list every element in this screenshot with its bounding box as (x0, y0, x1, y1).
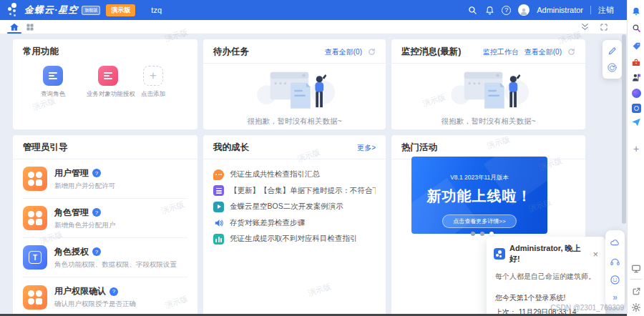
tile-label: 点击添加 (132, 90, 175, 99)
guide-desc: 新增角色并分配用户 (54, 221, 116, 230)
edit-pencil-icon[interactable] (608, 46, 618, 56)
banner-cta-button[interactable]: 点击查看更多详情>> (442, 214, 516, 228)
video-icon (213, 202, 224, 212)
monitor-workbench-link[interactable]: 监控工作台 (483, 47, 519, 57)
dock-tag-icon[interactable] (630, 40, 642, 51)
refresh-circle-icon[interactable] (607, 62, 618, 73)
view-all-link[interactable]: 查看全部(0) (325, 47, 362, 57)
help-icon[interactable]: ? (92, 247, 101, 256)
dock-toolbox-icon[interactable] (630, 57, 642, 69)
plus-icon: + (143, 66, 163, 86)
guide-desc: 角色功能权限、数据权限、字段权限设置 (54, 260, 177, 270)
card-todo-tasks: 待办任务 查看全部(0) (203, 39, 386, 129)
refresh-icon[interactable] (368, 48, 376, 56)
user-management-icon (23, 167, 47, 191)
toast-greeting: Administrator, 晚上好! (509, 243, 588, 265)
topbar: 金蝶云·星空 旗舰版 演示版 tzq ? Administrator 注销 (0, 0, 627, 20)
empty-state: 很抱歉，暂时没有相关数据~ (203, 64, 386, 127)
tab-home[interactable] (6, 20, 23, 34)
kingdee-logo-icon (494, 248, 505, 260)
more-link[interactable]: 更多> (357, 143, 376, 153)
banner-version: V8.1 2023年11月版本 (411, 174, 547, 182)
guide-desc: 确认用户权限授予是否正确 (54, 300, 136, 309)
dock-gear-icon[interactable] (630, 302, 642, 313)
help-icon[interactable]: ? (109, 287, 118, 296)
dock-external-link-icon[interactable] (630, 285, 642, 297)
guide-item-permission-confirm[interactable]: 用户权限确认 ? 确认用户权限授予是否正确 (23, 277, 187, 316)
guide-item-user-management[interactable]: 用户管理 ? 新增用户并分配许可 (23, 159, 187, 199)
refresh-icon[interactable] (567, 48, 575, 56)
dock-collapse-icon[interactable]: » (613, 293, 618, 302)
tile-query-role[interactable]: 查询角色 (31, 66, 74, 99)
dock-person-flag-icon[interactable] (630, 71, 642, 83)
card-header: 常用功能 (13, 39, 197, 63)
collapse-icon[interactable] (580, 22, 590, 31)
common-function-tiles: 查询角色 业务对象功能授权 + 点击添加 (13, 63, 197, 120)
help-icon[interactable]: ? (92, 169, 101, 177)
empty-illustration (435, 64, 542, 115)
smiley-icon[interactable] (610, 275, 620, 285)
guide-desc: 新增用户并分配许可 (54, 182, 116, 191)
chart-icon (213, 234, 224, 245)
kingdee-logo-icon (7, 2, 21, 18)
dock-add-icon[interactable]: + (630, 143, 642, 154)
tile-object-auth[interactable]: 业务对象功能授权 (87, 66, 130, 99)
guide-title: 用户管理 (54, 167, 89, 179)
demo-version-badge: 演示版 (106, 4, 135, 16)
empty-state: 很抱歉，暂时没有相关数据~ (391, 64, 585, 127)
guide-title: 角色管理 (54, 207, 89, 219)
dock-search-icon[interactable] (630, 22, 642, 34)
toast-login-info: 您今天第1个登录系统! (487, 282, 605, 303)
dock-circle-logo-icon[interactable] (630, 87, 642, 99)
app-root: 金蝶云·星空 旗舰版 演示版 tzq ? Administrator 注销 (0, 0, 644, 316)
workspace-tab[interactable]: tzq (151, 6, 162, 14)
carousel-dots (471, 232, 494, 236)
username[interactable]: Administrator (537, 6, 583, 14)
toast-quote: 每个人都是自己命运的建筑师。 (487, 269, 605, 282)
empty-illustration (241, 64, 348, 115)
carousel-dot[interactable] (480, 232, 484, 236)
growth-item[interactable]: 凭证生成提示取不到对应科目检查指引 (213, 231, 376, 247)
cloud-icon[interactable] (610, 237, 620, 248)
guide-item-role-management[interactable]: 角色管理 ? 新增角色并分配用户 (23, 199, 187, 238)
growth-item[interactable]: 【更新】【合集】单据下推时提示：不符合下推条件 (213, 183, 376, 199)
card-monitor-messages: 监控消息(最新) 监控工作台 查看全部(0) (391, 39, 585, 129)
logout-button[interactable]: 注销 (598, 5, 614, 16)
fullscreen-icon[interactable] (600, 23, 608, 31)
tile-label: 业务对象功能授权 (87, 90, 130, 99)
carousel-dot-active[interactable] (489, 232, 494, 236)
guide-title: 用户权限确认 (54, 285, 106, 297)
tab-strip (0, 20, 627, 34)
card-title: 待办任务 (213, 46, 249, 58)
document-icon (43, 66, 63, 86)
card-common-functions: 常用功能 查询角色 业务对象功能授权 + 点击添加 (13, 39, 197, 129)
strip-right-actions (580, 22, 608, 31)
bell-icon[interactable] (484, 5, 494, 15)
guide-item-role-authorization[interactable]: T 角色授权 ? 角色功能权限、数据权限、字段权限设置 (23, 238, 187, 277)
avatar[interactable] (518, 4, 530, 16)
growth-item[interactable]: 金蝶云星空BOS二次开发案例演示 (213, 199, 376, 215)
dock-o-logo-icon[interactable] (630, 102, 642, 114)
tile-add[interactable]: + 点击添加 (132, 66, 175, 99)
help-icon[interactable]: ? (502, 6, 511, 15)
help-icon[interactable]: ? (92, 208, 101, 217)
activity-banner[interactable]: V8.1 2023年11月版本 新功能上线啦！ 点击查看更多详情>> (411, 157, 547, 234)
vertical-scrollbar[interactable] (622, 34, 626, 224)
close-icon[interactable]: × (592, 250, 598, 259)
search-icon[interactable] (467, 5, 477, 15)
assistant-dock: » (605, 230, 625, 307)
growth-item[interactable]: 凭证生成共性检查指引汇总 (213, 167, 376, 183)
dock-paper-plane-icon[interactable] (630, 117, 642, 128)
home-icon (9, 22, 19, 32)
tab-apps[interactable] (23, 20, 37, 34)
dock-bell-icon[interactable] (630, 6, 642, 17)
dock-screen-share-icon[interactable] (630, 263, 642, 275)
view-all-link[interactable]: 查看全部(0) (525, 47, 562, 57)
guide-title: 角色授权 (54, 246, 89, 258)
carousel-dot[interactable] (471, 232, 475, 236)
growth-item[interactable]: 存货对账差异检查步骤 (213, 215, 376, 232)
logo-text: 金蝶云·星空 (24, 4, 78, 16)
headphones-icon[interactable] (610, 256, 620, 267)
card-header: 监控消息(最新) 监控工作台 查看全部(0) (391, 39, 585, 64)
divider (590, 6, 591, 14)
